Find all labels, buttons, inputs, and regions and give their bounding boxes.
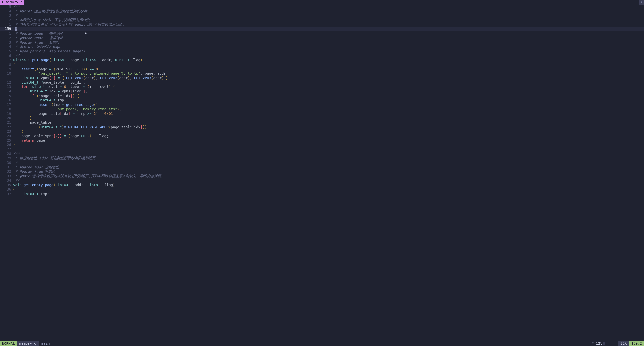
code-line[interactable]: 27 bbox=[0, 147, 644, 152]
code-line[interactable]: 16 uint64_t tmp; bbox=[0, 98, 644, 103]
code-content[interactable] bbox=[13, 147, 644, 152]
line-number: 31 bbox=[0, 165, 13, 170]
line-number: 19 bbox=[0, 112, 13, 116]
code-line[interactable]: 13 for (size_t level = 0; level < 2; ++l… bbox=[0, 85, 644, 89]
code-line[interactable]: 12 uint64_t *page_table = pg_dir; bbox=[0, 80, 644, 85]
code-content[interactable]: { bbox=[13, 187, 644, 192]
code-content[interactable]: * bbox=[13, 161, 644, 165]
code-line[interactable]: 23 } bbox=[0, 129, 644, 134]
code-content[interactable]: * @param flag 标志位 bbox=[13, 169, 644, 174]
code-content[interactable]: * @brief 建立物理地址和虚拟地址间的映射 bbox=[13, 9, 644, 14]
code-line[interactable]: 3 * bbox=[0, 13, 644, 18]
code-content[interactable]: * @param flag 标志位 bbox=[13, 40, 644, 45]
code-line[interactable]: 159 * bbox=[0, 27, 644, 31]
line-number: 10 bbox=[0, 71, 13, 76]
code-line[interactable]: 6 */ bbox=[0, 54, 644, 58]
code-line[interactable]: 22 (uint64_t *)VIRTUAL(GET_PAGE_ADDR(pag… bbox=[0, 125, 644, 130]
code-content[interactable]: "put_page(): Try to put unaligned page %… bbox=[13, 71, 644, 76]
code-content[interactable]: uint64_t tmp; bbox=[13, 98, 644, 103]
code-content[interactable]: */ bbox=[13, 178, 644, 183]
code-line[interactable]: 32 * @param flag 标志位 bbox=[0, 169, 644, 174]
code-line[interactable]: 15 if (!page_table[idx]) { bbox=[0, 94, 644, 98]
editor-viewport[interactable]: 5/**4 * @brief 建立物理地址和虚拟地址间的映射3 *2 * 本函数… bbox=[0, 5, 644, 341]
code-content[interactable]: * @param addr 虚拟地址 bbox=[13, 165, 644, 170]
code-content[interactable]: { bbox=[13, 62, 644, 67]
code-line[interactable]: 20 } bbox=[0, 116, 644, 120]
code-line[interactable]: 5 * @see panic(), map_kernel_page() bbox=[0, 49, 644, 54]
code-content[interactable]: } bbox=[13, 143, 644, 147]
line-number: 15 bbox=[0, 94, 13, 98]
code-line[interactable]: 26} bbox=[0, 143, 644, 147]
code-content[interactable]: * 本函数仅仅建立映射，不修改物理页引用计数 bbox=[13, 18, 644, 22]
code-content[interactable]: assert(tmp = get_free_page(), bbox=[13, 103, 644, 107]
code-content[interactable]: page_table = bbox=[13, 120, 644, 125]
code-content[interactable]: (uint64_t *)VIRTUAL(GET_PAGE_ADDR(page_t… bbox=[13, 125, 644, 130]
code-line[interactable]: 3 * @param flag 标志位 bbox=[0, 40, 644, 45]
code-content[interactable]: * @param page 物理地址 bbox=[13, 31, 644, 36]
code-content[interactable]: * @see panic(), map_kernel_page() bbox=[13, 49, 644, 54]
code-content[interactable]: /** bbox=[13, 152, 644, 156]
code-content[interactable]: "put_page(): Memory exhausts"); bbox=[13, 107, 644, 112]
code-line[interactable]: 1 * 当分配物理页失败（创建页表）时 panic,因此不需要检测返回值。 bbox=[0, 22, 644, 27]
code-content[interactable]: void get_empty_page(uint64_t addr, uint8… bbox=[13, 183, 644, 187]
line-number: 1 bbox=[0, 31, 13, 36]
code-line[interactable]: 29 * 将虚拟地址 addr 所在的虚拟页映射到某物理页 bbox=[0, 156, 644, 161]
code-line[interactable]: 37 uint64_t tmp; bbox=[0, 192, 644, 196]
code-line[interactable]: 9 assert((page & (PAGE_SIZE - 1)) == 0, bbox=[0, 67, 644, 72]
code-content[interactable]: uint64_t put_page(uint64_t page, uint64_… bbox=[13, 58, 644, 62]
code-content[interactable]: /** bbox=[13, 5, 644, 9]
code-line[interactable]: 17 assert(tmp = get_free_page(), bbox=[0, 103, 644, 107]
code-line[interactable]: 4 * @brief 建立物理地址和虚拟地址间的映射 bbox=[0, 9, 644, 14]
code-content[interactable]: } bbox=[13, 129, 644, 134]
code-content[interactable]: assert((page & (PAGE_SIZE - 1)) == 0, bbox=[13, 67, 644, 72]
code-content[interactable]: * @param addr 虚拟地址 bbox=[13, 36, 644, 40]
code-content[interactable]: } bbox=[13, 116, 644, 120]
code-line[interactable]: 36{ bbox=[0, 187, 644, 192]
code-line[interactable]: 35void get_empty_page(uint64_t addr, uin… bbox=[0, 183, 644, 187]
code-line[interactable]: 28/** bbox=[0, 152, 644, 156]
code-line[interactable]: 4 * @return 物理地址 page bbox=[0, 45, 644, 49]
code-line[interactable]: 8{ bbox=[0, 62, 644, 67]
code-line[interactable]: 2 * @param addr 虚拟地址 bbox=[0, 36, 644, 40]
code-content[interactable]: page_table[idx] = (tmp >> 2) | 0x01; bbox=[13, 112, 644, 116]
tab-close-button[interactable]: X bbox=[639, 0, 644, 5]
code-content[interactable]: if (!page_table[idx]) { bbox=[13, 94, 644, 98]
code-content[interactable]: * @return 物理地址 page bbox=[13, 45, 644, 49]
code-line[interactable]: 11 uint64_t vpns[3] = { GET_VPN1(addr), … bbox=[0, 76, 644, 80]
code-content[interactable]: * bbox=[13, 13, 644, 18]
code-content[interactable]: page_table[vpns[2]] = (page >> 2) | flag… bbox=[13, 134, 644, 138]
code-line[interactable]: 34 */ bbox=[0, 178, 644, 183]
code-content[interactable]: uint64_t tmp; bbox=[13, 192, 644, 196]
line-number: 34 bbox=[0, 178, 13, 183]
line-number: 21 bbox=[0, 120, 13, 125]
line-number: 8 bbox=[0, 62, 13, 67]
code-line[interactable]: 2 * 本函数仅仅建立映射，不修改物理页引用计数 bbox=[0, 18, 644, 22]
code-content[interactable]: uint64_t *page_table = pg_dir; bbox=[13, 80, 644, 85]
code-line[interactable]: 30 * bbox=[0, 161, 644, 165]
tab-active[interactable]: 1 memory.c bbox=[0, 0, 24, 5]
code-content[interactable]: * @note 请确保该虚拟地址没有映射到物理页,否则本函数会覆盖原来的映射，导… bbox=[13, 174, 644, 178]
code-content[interactable]: return page; bbox=[13, 138, 644, 143]
line-number: 4 bbox=[0, 45, 13, 49]
line-number: 6 bbox=[0, 54, 13, 58]
code-line[interactable]: 18 "put_page(): Memory exhausts"); bbox=[0, 107, 644, 112]
code-line[interactable]: 5/** bbox=[0, 5, 644, 9]
code-line[interactable]: 24 page_table[vpns[2]] = (page >> 2) | f… bbox=[0, 134, 644, 138]
code-content[interactable]: * bbox=[13, 27, 644, 31]
code-line[interactable]: 14 uint64_t idx = vpns[level]; bbox=[0, 89, 644, 94]
code-content[interactable]: uint64_t idx = vpns[level]; bbox=[13, 89, 644, 94]
code-line[interactable]: 31 * @param addr 虚拟地址 bbox=[0, 165, 644, 170]
code-content[interactable]: for (size_t level = 0; level < 2; ++leve… bbox=[13, 85, 644, 89]
line-number: 28 bbox=[0, 152, 13, 156]
code-line[interactable]: 33 * @note 请确保该虚拟地址没有映射到物理页,否则本函数会覆盖原来的映… bbox=[0, 174, 644, 178]
code-line[interactable]: 19 page_table[idx] = (tmp >> 2) | 0x01; bbox=[0, 112, 644, 116]
code-line[interactable]: 1 * @param page 物理地址 bbox=[0, 31, 644, 36]
code-content[interactable]: * 当分配物理页失败（创建页表）时 panic,因此不需要检测返回值。 bbox=[13, 22, 644, 27]
code-content[interactable]: * 将虚拟地址 addr 所在的虚拟页映射到某物理页 bbox=[13, 156, 644, 161]
code-content[interactable]: */ bbox=[13, 54, 644, 58]
code-line[interactable]: 21 page_table = bbox=[0, 120, 644, 125]
code-content[interactable]: uint64_t vpns[3] = { GET_VPN1(addr), GET… bbox=[13, 76, 644, 80]
code-line[interactable]: 10 "put_page(): Try to put unaligned pag… bbox=[0, 71, 644, 76]
code-line[interactable]: 25 return page; bbox=[0, 138, 644, 143]
code-line[interactable]: 7uint64_t put_page(uint64_t page, uint64… bbox=[0, 58, 644, 62]
